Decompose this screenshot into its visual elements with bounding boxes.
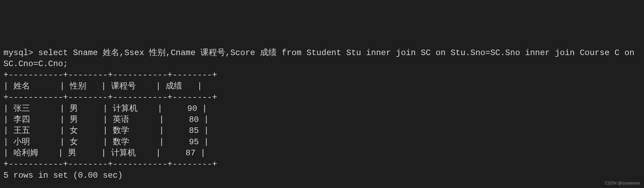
table-border-top: +-----------+--------+-----------+------… <box>3 70 217 80</box>
table-border-bot: +-----------+--------+-----------+------… <box>3 159 217 169</box>
table-header-row: | 姓名 | 性别 | 课程号 | 成绩 | <box>3 82 202 91</box>
result-status: 5 rows in set (0.00 sec) <box>3 171 123 180</box>
table-row: | 张三 | 男 | 计算机 | 90 | <box>3 104 207 113</box>
sql-query: select Sname 姓名,Ssex 性别,Cname 课程号,Score … <box>3 48 639 69</box>
mysql-prompt: mysql> <box>3 48 33 58</box>
table-row: | 哈利姆 | 男 | 计算机 | 87 | <box>3 148 206 158</box>
terminal-output: mysql> select Sname 姓名,Ssex 性别,Cname 课程号… <box>3 48 641 181</box>
table-row: | 王五 | 女 | 数学 | 85 | <box>3 126 209 135</box>
table-row: | 小明 | 女 | 数学 | 95 | <box>3 137 209 147</box>
table-row: | 李四 | 男 | 英语 | 80 | <box>3 115 209 124</box>
table-border-mid: +-----------+--------+-----------+------… <box>3 93 217 102</box>
watermark: CSDN @oceanexe <box>605 180 640 186</box>
